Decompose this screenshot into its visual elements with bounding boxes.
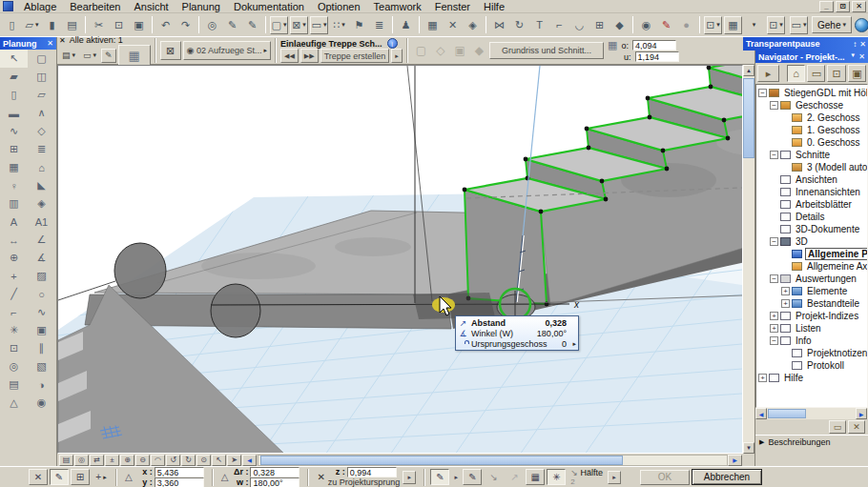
tree-toggle-icon[interactable]: − (770, 274, 778, 283)
open-file-button[interactable]: ▱▾ (23, 16, 41, 34)
tool-line[interactable]: ╱ (0, 285, 28, 303)
tree-item-schnitte[interactable]: −Schnitte (756, 149, 867, 161)
tree-item-stiegengdl-mit-h-henin-[interactable]: −StiegenGDL mit Höhenin... (756, 87, 867, 99)
properties-button[interactable]: ▭ (829, 420, 846, 434)
tool-object[interactable]: ⌂ (28, 158, 55, 176)
3d-viewport[interactable]: x (57, 65, 743, 454)
fly-button[interactable]: ➤ (227, 455, 241, 466)
stamp-button[interactable]: ◉ (637, 16, 655, 34)
settings-dialog-button[interactable]: ▤▾ (59, 49, 78, 63)
profile-button[interactable]: ♟ (397, 16, 415, 34)
tree-toggle-icon[interactable]: − (758, 89, 767, 97)
scroll-down-icon[interactable]: ▼ (743, 442, 754, 454)
tool-hotspot2[interactable]: ✳ (0, 321, 28, 339)
tool-polyline[interactable]: ⌐ (0, 303, 28, 321)
create-stair-button[interactable]: Treppe erstellen (320, 49, 390, 63)
tree-item-info[interactable]: −Info (756, 335, 867, 347)
tree-item-arbeitsbl-tter[interactable]: Arbeitsblätter (756, 198, 867, 211)
selection-button[interactable]: ⊠▾ (290, 16, 308, 34)
w-field[interactable]: 180,00° (250, 477, 300, 487)
tool-text[interactable]: A (0, 213, 28, 231)
tree-item-allgemeine-pe-[interactable]: Allgemeine Pe... (756, 248, 867, 260)
zoom-out-button[interactable]: ⊖ (135, 455, 150, 466)
tree-item-projektnotizen[interactable]: Projektnotizen (756, 347, 867, 359)
tree-item-0-geschoss[interactable]: 0. Geschoss (756, 136, 867, 149)
tool-hotspot[interactable]: + (0, 267, 28, 285)
tool-marquee[interactable]: ▢ (28, 50, 55, 68)
tool-zone[interactable]: ◣ (28, 176, 55, 194)
tree-item-3d[interactable]: −3D (756, 235, 867, 248)
zoom-percent-button[interactable]: ± (105, 455, 119, 466)
tool-shell[interactable]: ∿ (0, 122, 28, 140)
minimize-button[interactable]: _ (819, 1, 834, 12)
mirror-button[interactable]: ⋈ (490, 16, 508, 34)
origin-options-button[interactable]: ▸ (403, 471, 416, 484)
snap-angle-icon[interactable]: ↗ (505, 469, 524, 485)
renovation-filter-button[interactable]: ▦ (424, 16, 442, 34)
updown-icon[interactable]: ↕ (853, 40, 857, 49)
tool-angle-dimension[interactable]: ∠ (28, 231, 55, 249)
tree-item-3d-dokumente[interactable]: 3D-Dokumente (756, 223, 867, 235)
tool-lamp[interactable]: ♀ (0, 176, 28, 194)
grid-snap-button[interactable]: ⊞ (71, 469, 90, 485)
tool-mesh[interactable]: ▦ (0, 158, 28, 176)
tree-toggle-icon[interactable]: − (770, 151, 778, 159)
tree-item-1-geschoss[interactable]: 1. Geschoss (756, 124, 867, 136)
tracker-arrow-icon[interactable]: ▸ (569, 340, 576, 348)
column-circle-2[interactable] (211, 284, 260, 337)
pen-settings-button[interactable]: ✎ (101, 49, 116, 63)
menu-bearbeiten[interactable]: Bearbeiten (63, 0, 127, 13)
dot-button[interactable]: ● (677, 16, 695, 34)
tool-worksheet[interactable]: ▤ (0, 375, 28, 394)
new-file-button[interactable]: ▯ (3, 16, 21, 34)
tool-circle[interactable]: ○ (28, 285, 55, 303)
window-grid-button[interactable]: ▦ (724, 16, 742, 34)
save-button[interactable]: ▮ (43, 16, 61, 34)
scroll-up-icon[interactable]: ▲ (743, 65, 754, 76)
close-icon[interactable]: ✕ (859, 40, 866, 49)
tool-spline[interactable]: ∿ (28, 303, 55, 321)
zoom-select-button[interactable]: ◎ (74, 455, 89, 466)
element-preview-button[interactable]: ▦ (118, 45, 151, 66)
horizontal-scrollbar[interactable] (258, 455, 728, 466)
tracker-toggle-button[interactable]: ✎ (50, 469, 69, 485)
tree-item-2-geschoss[interactable]: 2. Geschoss (756, 112, 867, 124)
menu-optionen[interactable]: Optionen (311, 0, 367, 13)
tool-radial-dimension[interactable]: ∡ (28, 249, 55, 267)
menu-fenster[interactable]: Fenster (428, 0, 477, 13)
menu-ablage[interactable]: Ablage (17, 0, 63, 13)
scroll-right-icon[interactable]: ▶ (856, 408, 867, 419)
add-coordinate-button[interactable]: +▸ (92, 469, 111, 485)
tree-item-listen[interactable]: +Listen (756, 322, 867, 335)
tool-interior-elevation[interactable]: ▧ (28, 357, 55, 375)
tree-item-elemente[interactable]: +Elemente (756, 285, 867, 297)
tool-skylight[interactable]: ◇ (28, 122, 55, 140)
tree-toggle-icon[interactable]: + (758, 374, 767, 382)
pick-up-parameters-button[interactable]: ✎ (223, 16, 241, 34)
column-circle-1[interactable] (114, 243, 166, 298)
restore-button[interactable]: ⊡ (836, 1, 850, 12)
elevate-button[interactable]: ◆ (610, 16, 629, 34)
view-map-button[interactable]: ▭ (807, 65, 825, 82)
method-more-button[interactable]: ▸ (451, 469, 461, 485)
project-chooser-button[interactable]: ▸ (757, 65, 779, 82)
look-to-button[interactable]: ↖ (212, 455, 226, 466)
toolbox-toggle-button[interactable]: ✕ (29, 469, 48, 485)
tool-door[interactable]: ◫ (28, 68, 55, 86)
tool-drawing[interactable]: ⊡ (0, 339, 28, 357)
tool-morph[interactable]: ◈ (28, 194, 55, 213)
tree-item-geschosse[interactable]: −Geschosse (756, 99, 867, 112)
tree-toggle-icon[interactable]: − (770, 336, 778, 345)
window-layout-button[interactable]: ⊡▾ (704, 16, 722, 34)
snap-options-button[interactable]: ▸ (608, 471, 621, 484)
line-method-button[interactable]: ✎ (463, 469, 482, 485)
paste-button[interactable]: ▣ (130, 16, 148, 34)
z-field[interactable]: 0,994 (347, 467, 397, 477)
toolbox-titlebar[interactable]: Planung ✕ (0, 37, 56, 50)
pan-button[interactable]: ◠ (151, 455, 165, 466)
undo-button[interactable]: ↶ (156, 16, 175, 34)
dropdown-button-1[interactable]: ▾ (744, 16, 762, 34)
tool-elevation[interactable]: ◎ (0, 357, 28, 375)
tree-item-ansichten[interactable]: Ansichten (756, 173, 867, 186)
tag-button[interactable]: ◈ (464, 16, 482, 34)
